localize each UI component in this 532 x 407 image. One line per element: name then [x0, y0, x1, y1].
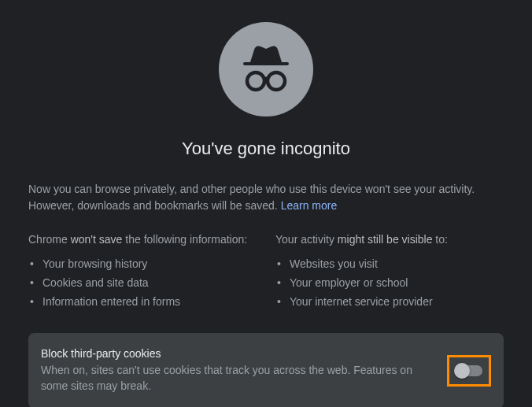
toggle-highlight	[447, 355, 491, 387]
page-title: You've gone incognito	[182, 139, 350, 159]
wont-save-title: Chrome won't save the following informat…	[28, 233, 257, 246]
svg-point-2	[268, 72, 285, 90]
list-item: Your employer or school	[290, 274, 504, 293]
block-cookies-toggle[interactable]	[456, 365, 482, 376]
list-item: Websites you visit	[290, 255, 504, 274]
incognito-icon	[219, 22, 313, 117]
list-item: Your browsing history	[42, 255, 257, 274]
svg-rect-0	[243, 62, 289, 65]
visible-to-column: Your activity might still be visible to:…	[275, 233, 504, 311]
block-cookies-card: Block third-party cookies When on, sites…	[28, 333, 504, 407]
incognito-page: You've gone incognito Now you can browse…	[0, 0, 532, 407]
visible-to-title: Your activity might still be visible to:	[275, 233, 504, 246]
intro-body: Now you can browse privately, and other …	[28, 183, 475, 212]
learn-more-link[interactable]: Learn more	[281, 199, 338, 212]
list-item: Your internet service provider	[290, 293, 504, 312]
info-columns: Chrome won't save the following informat…	[28, 233, 504, 311]
card-title: Block third-party cookies	[41, 347, 434, 360]
svg-point-1	[247, 72, 264, 90]
toggle-knob	[454, 363, 470, 379]
list-item: Information entered in forms	[42, 293, 257, 312]
list-item: Cookies and site data	[42, 274, 257, 293]
card-description: When on, sites can't use cookies that tr…	[41, 363, 434, 394]
intro-text: Now you can browse privately, and other …	[28, 181, 504, 214]
wont-save-column: Chrome won't save the following informat…	[28, 233, 257, 311]
